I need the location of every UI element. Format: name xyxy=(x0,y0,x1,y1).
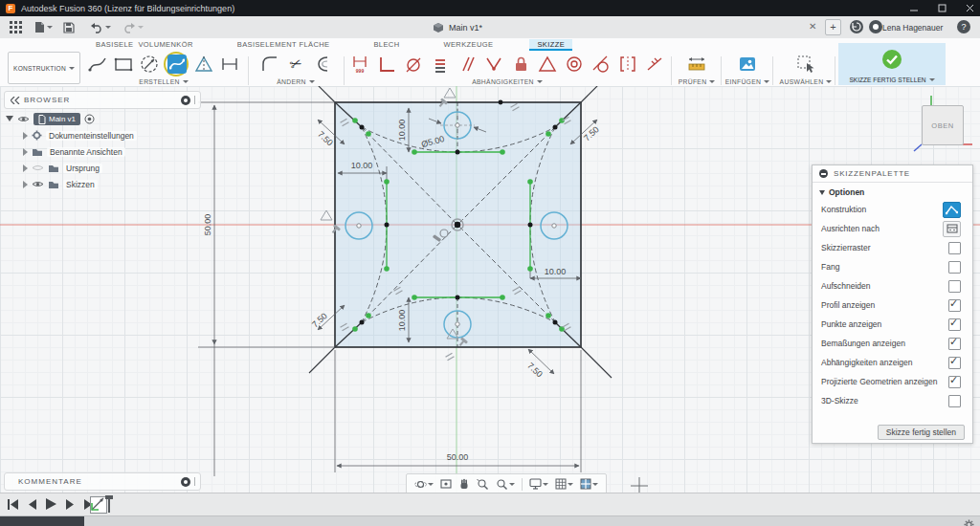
tab-close-icon[interactable]: ✕ xyxy=(809,21,816,33)
rectangle-tool-icon[interactable] xyxy=(112,53,135,76)
group-label-auswaehlen[interactable]: AUSWÄHLEN xyxy=(776,78,835,85)
close-button[interactable] xyxy=(966,4,974,12)
grid-settings-icon[interactable] xyxy=(555,478,573,490)
measure-tool-icon[interactable] xyxy=(685,53,708,76)
group-label-abhaengigkeiten[interactable]: ABHÄNGIGKEITEN xyxy=(347,78,667,85)
maximize-button[interactable] xyxy=(938,4,947,12)
orbit-icon[interactable] xyxy=(414,478,434,491)
line-tool-icon[interactable] xyxy=(86,53,109,76)
concentric-constraint-icon[interactable] xyxy=(563,53,586,76)
browser-item-dokumenteinstellungen[interactable]: Dokumenteinstellungen xyxy=(21,127,137,143)
tab-skizze[interactable]: SKIZZE xyxy=(529,39,572,51)
bemassungen-anzeigen-checkbox[interactable] xyxy=(948,338,961,350)
trim-tool-icon[interactable]: ✂ xyxy=(284,53,307,76)
palette-finish-sketch-button[interactable]: Skizze fertig stellen xyxy=(878,425,965,440)
timeline-play-button[interactable] xyxy=(46,498,56,510)
tab-basiselement-flaeche[interactable]: BASISELEMENT FLÄCHE xyxy=(230,39,338,51)
parallel-constraint-icon[interactable] xyxy=(456,53,479,76)
expand-icon[interactable] xyxy=(23,181,28,188)
punkte-anzeigen-checkbox[interactable] xyxy=(948,318,961,331)
browser-panel-header[interactable]: BROWSER xyxy=(4,91,201,109)
group-label-einfuegen[interactable]: EINFÜGEN xyxy=(724,78,770,85)
undo-button[interactable] xyxy=(90,20,111,34)
document-tab[interactable]: Main v1* xyxy=(433,19,482,35)
help-button[interactable]: ? xyxy=(957,20,970,33)
timeline-scroll-handle[interactable] xyxy=(0,516,84,526)
skizzierraster-checkbox[interactable] xyxy=(948,242,961,254)
3d-skizze-checkbox[interactable] xyxy=(948,395,961,407)
perpendicular-constraint-icon[interactable] xyxy=(375,53,398,76)
finish-sketch-block[interactable]: SKIZZE FERTIG STELLEN xyxy=(838,43,946,85)
palette-section-optionen[interactable]: Optionen xyxy=(813,183,972,200)
select-tool-icon[interactable] xyxy=(794,53,817,76)
timeline-gear-icon[interactable] xyxy=(964,516,974,526)
offset-tool-icon[interactable] xyxy=(310,53,333,76)
midpoint-constraint-icon[interactable] xyxy=(482,53,505,76)
dimension-tool-icon[interactable] xyxy=(218,53,241,76)
look-at-icon[interactable] xyxy=(440,478,452,490)
modeling-canvas[interactable]: 50.00 50.00 10.00 10.00 10.00 10.00 7.50… xyxy=(0,86,980,493)
pan-hand-icon[interactable] xyxy=(458,478,470,491)
new-tab-button[interactable]: + xyxy=(825,19,841,35)
timeline-step-forward-button[interactable] xyxy=(65,499,75,510)
lock-constraint-icon[interactable] xyxy=(509,53,532,76)
browser-item-skizzen[interactable]: Skizzen xyxy=(21,176,137,192)
eye-hidden-icon[interactable] xyxy=(32,164,44,172)
insert-image-icon[interactable] xyxy=(736,53,759,76)
tab-blech[interactable]: BLECH xyxy=(366,39,407,51)
equal-constraint-icon[interactable] xyxy=(429,53,452,76)
eye-icon[interactable] xyxy=(17,115,30,123)
collinear-constraint-icon[interactable] xyxy=(643,53,666,76)
browser-item-benannte-ansichten[interactable]: Benannte Ansichten xyxy=(21,143,137,160)
align-to-button[interactable] xyxy=(943,221,961,237)
diameter-constraint-icon[interactable] xyxy=(402,53,425,76)
tab-werkzeuge[interactable]: WERKZEUGE xyxy=(435,39,501,51)
construction-toggle-button[interactable] xyxy=(943,202,961,218)
minimize-button[interactable] xyxy=(910,4,919,12)
browser-settings-icon[interactable] xyxy=(181,96,190,105)
circle-tool-icon[interactable] xyxy=(138,53,161,76)
timeline-step-back-button[interactable] xyxy=(28,499,37,510)
timeline-scroll-strip[interactable] xyxy=(0,515,980,526)
zoom-window-icon[interactable] xyxy=(496,478,515,491)
tangent-constraint-icon[interactable] xyxy=(590,53,612,76)
comments-panel-header[interactable]: KOMMENTARE xyxy=(4,472,201,491)
sketch-dimension-icon[interactable]: 999 xyxy=(348,53,371,76)
group-label-aendern[interactable]: ÄNDERN xyxy=(252,78,340,85)
viewcube-face-oben[interactable]: OBEN xyxy=(922,105,964,145)
expand-icon[interactable] xyxy=(23,148,28,156)
expand-icon[interactable] xyxy=(23,132,28,140)
root-node-pill[interactable]: Main v1 xyxy=(33,113,80,125)
eye-icon[interactable] xyxy=(32,180,44,188)
expand-icon[interactable] xyxy=(23,164,28,172)
zoom-icon[interactable] xyxy=(477,478,489,491)
group-label-pruefen[interactable]: PRÜFEN xyxy=(675,78,719,85)
save-button[interactable] xyxy=(63,20,75,34)
recent-activity-icon[interactable] xyxy=(850,20,863,33)
abhaengigkeiten-anzeigen-checkbox[interactable] xyxy=(948,357,961,369)
notification-icon[interactable] xyxy=(869,20,882,33)
polygon-constraint-icon[interactable] xyxy=(536,53,559,76)
palette-collapse-icon[interactable] xyxy=(819,169,828,178)
fang-checkbox[interactable] xyxy=(948,261,961,274)
symmetry-constraint-icon[interactable] xyxy=(616,53,639,76)
expand-icon[interactable] xyxy=(6,116,13,125)
group-label-erstellen[interactable]: ERSTELLEN xyxy=(82,78,245,85)
radio-active-icon[interactable] xyxy=(84,114,95,124)
browser-root-row[interactable]: Main v1 xyxy=(4,111,137,127)
mirror-tool-icon[interactable] xyxy=(192,53,215,76)
redo-button[interactable] xyxy=(122,20,144,34)
comments-settings-icon[interactable] xyxy=(181,477,190,487)
aufschneiden-checkbox[interactable] xyxy=(948,280,961,293)
app-grid-icon[interactable] xyxy=(10,20,22,34)
tab-basiselement-volumenkoerper[interactable]: BASISELE VOLUMENKÖR xyxy=(88,39,201,51)
konstruktion-dropdown-button[interactable]: KONSTRUKTION xyxy=(8,52,80,84)
fillet-tool-icon[interactable] xyxy=(258,53,281,76)
browser-item-ursprung[interactable]: Ursprung xyxy=(21,160,137,176)
spline-tool-active-icon[interactable] xyxy=(164,52,189,77)
palette-header[interactable]: SKIZZENPALETTE xyxy=(813,165,972,183)
viewports-icon[interactable] xyxy=(580,478,598,490)
timeline-playhead[interactable] xyxy=(108,495,110,513)
display-settings-icon[interactable] xyxy=(529,478,548,490)
user-name[interactable]: Lena Hagenauer xyxy=(882,23,943,33)
